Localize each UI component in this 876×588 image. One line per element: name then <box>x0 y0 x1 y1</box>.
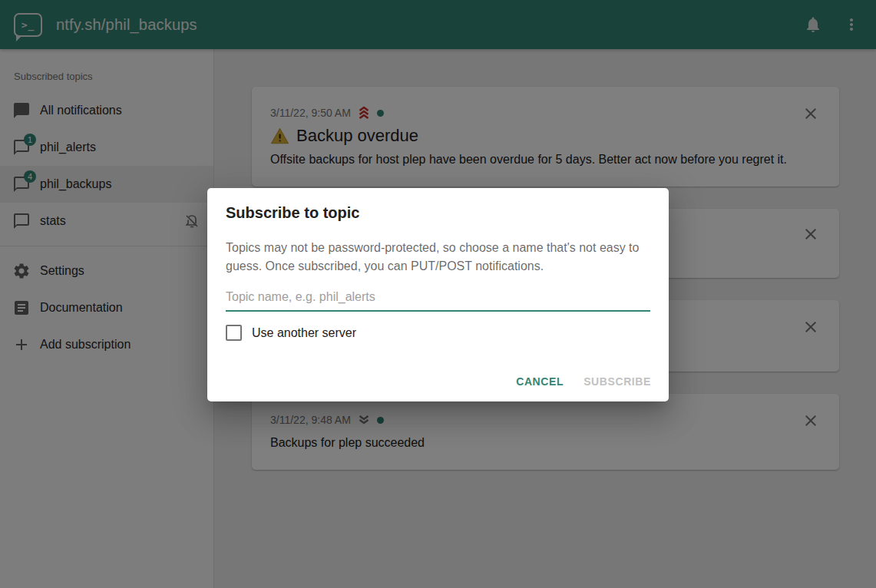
checkbox-label: Use another server <box>252 326 356 340</box>
ntfy-app: >_ ntfy.sh/phil_backups Subscribed topic… <box>0 0 876 588</box>
subscribe-button[interactable]: SUBSCRIBE <box>574 368 661 395</box>
use-another-server-option[interactable]: Use another server <box>226 325 650 341</box>
dialog-actions: CANCEL SUBSCRIBE <box>506 368 661 395</box>
topic-name-input[interactable] <box>226 286 650 312</box>
checkbox-unchecked-icon[interactable] <box>226 325 242 341</box>
subscribe-dialog: Subscribe to topic Topics may not be pas… <box>207 188 669 401</box>
dialog-title: Subscribe to topic <box>207 188 669 222</box>
cancel-button[interactable]: CANCEL <box>506 368 574 395</box>
dialog-description: Topics may not be password-protected, so… <box>207 222 669 276</box>
